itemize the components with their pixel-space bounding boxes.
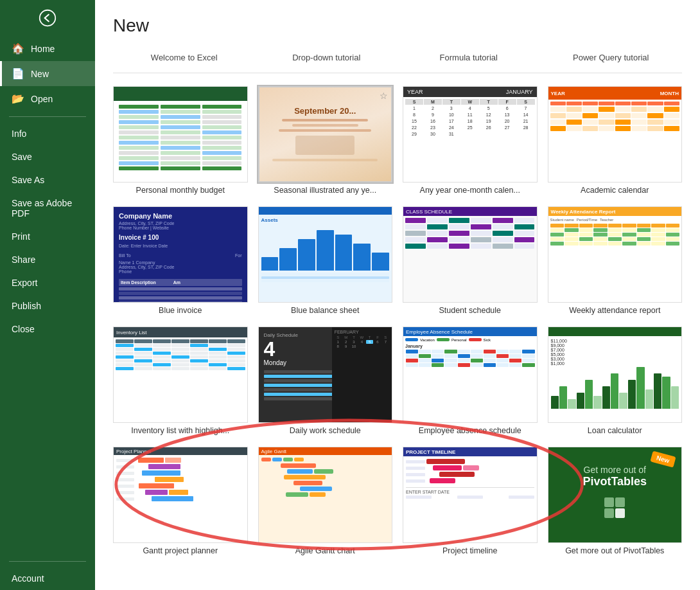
- sidebar-item-save[interactable]: Save: [0, 145, 95, 168]
- template-thumb-loan: $11,000$9,000$7,000$5,000$3,000$1,000: [548, 326, 683, 423]
- page-title: New: [113, 15, 682, 36]
- template-label-personal-budget: Personal monthly budget: [113, 186, 248, 195]
- sidebar-item-publish-label: Publish: [12, 301, 41, 311]
- sidebar-item-save-as[interactable]: Save As: [0, 168, 95, 192]
- template-card-balance[interactable]: Assets: [258, 206, 393, 315]
- template-card-calendar[interactable]: YEARJANUARY S M T W T F S for(let i=1;i<…: [403, 86, 538, 195]
- template-thumb-inventory: Inventory List: [113, 326, 248, 423]
- template-thumb-balance: Assets: [258, 206, 393, 303]
- template-label-seasonal: Seasonal illustrated any ye...: [258, 186, 393, 195]
- sidebar-item-save-label: Save: [12, 152, 32, 162]
- open-icon: 📂: [12, 93, 24, 105]
- template-label-weekly: Weekly attendance report: [548, 306, 683, 315]
- template-card-loan[interactable]: $11,000$9,000$7,000$5,000$3,000$1,000: [548, 326, 683, 435]
- sidebar-item-close[interactable]: Close: [0, 317, 95, 341]
- sidebar-item-share[interactable]: Share: [0, 248, 95, 271]
- template-label-loan: Loan calculator: [548, 426, 683, 435]
- sidebar-bottom: Account: [0, 556, 95, 590]
- template-card-academic[interactable]: YEAR MONTH: [548, 86, 683, 195]
- sidebar-item-save-adobe-label: Save as Adobe PDF: [12, 198, 83, 219]
- svg-rect-4: [615, 508, 625, 518]
- template-card-invoice[interactable]: Company Name Address, City, ST, ZIP Code…: [113, 206, 248, 315]
- sidebar-item-open[interactable]: 📂 Open: [0, 86, 95, 111]
- sidebar-item-print-label: Print: [12, 231, 30, 242]
- template-card-agile[interactable]: Agile Gantt: [258, 447, 393, 555]
- template-thumb-personal-budget: [113, 86, 248, 183]
- template-card-ptimeline[interactable]: PROJECT TIMELINE: [403, 447, 538, 555]
- template-grid: Personal monthly budget September 20... …: [113, 86, 682, 555]
- template-card-daily[interactable]: Daily Schedule 4 Monday FEBRUARY: [258, 326, 393, 435]
- template-card-personal-budget[interactable]: Personal monthly budget: [113, 86, 248, 195]
- template-thumb-gantt: Project Planner: [113, 447, 248, 543]
- template-label-absence: Employee absence schedule: [403, 426, 538, 435]
- tutorial-formula[interactable]: Formula tutorial: [398, 49, 540, 66]
- template-card-seasonal[interactable]: September 20... ☆ Seasonal illustrated a…: [258, 86, 393, 195]
- template-thumb-student: CLASS SCHEDULE: [403, 206, 538, 303]
- sidebar-item-new-label: New: [31, 69, 49, 79]
- template-label-calendar: Any year one-month calen...: [403, 186, 538, 195]
- template-label-academic: Academic calendar: [548, 186, 683, 195]
- sidebar-item-info-label: Info: [12, 129, 26, 139]
- template-card-inventory[interactable]: Inventory List: [113, 326, 248, 435]
- new-icon: 📄: [12, 67, 24, 80]
- template-label-gantt: Gantt project planner: [113, 546, 248, 555]
- template-label-invoice: Blue invoice: [113, 306, 248, 315]
- template-thumb-calendar: YEARJANUARY S M T W T F S for(let i=1;i<…: [403, 86, 538, 183]
- back-button[interactable]: [0, 0, 95, 36]
- template-card-pivot[interactable]: New Get more out of PivotTables Get more…: [548, 447, 683, 555]
- template-card-gantt[interactable]: Project Planner: [113, 447, 248, 555]
- template-card-student[interactable]: CLASS SCHEDULE: [403, 206, 538, 315]
- template-thumb-pivot: New Get more out of PivotTables: [548, 447, 683, 543]
- sidebar-item-new[interactable]: 📄 New: [0, 61, 95, 86]
- template-thumb-invoice: Company Name Address, City, ST, ZIP Code…: [113, 206, 248, 303]
- new-badge: New: [651, 451, 676, 468]
- pivot-promo-title: PivotTables: [577, 475, 652, 488]
- sidebar-divider-1: [9, 116, 86, 117]
- sidebar-item-save-adobe[interactable]: Save as Adobe PDF: [0, 192, 95, 225]
- sidebar-item-share-label: Share: [12, 255, 35, 265]
- sidebar-item-account-label: Account: [12, 573, 44, 584]
- template-thumb-daily: Daily Schedule 4 Monday FEBRUARY: [258, 326, 393, 423]
- template-label-student: Student schedule: [403, 306, 538, 315]
- template-thumb-absence: Employee Absence Schedule Vacation Perso…: [403, 326, 538, 423]
- sidebar-item-account[interactable]: Account: [0, 567, 95, 590]
- sidebar-item-open-label: Open: [31, 94, 53, 104]
- pivot-icon: [602, 495, 627, 526]
- home-icon: 🏠: [12, 42, 24, 55]
- template-label-ptimeline: Project timeline: [403, 546, 538, 555]
- sidebar-item-export[interactable]: Export: [0, 271, 95, 294]
- tutorial-dropdown[interactable]: Drop-down tutorial: [256, 49, 398, 66]
- template-label-agile: Agile Gantt chart: [258, 546, 393, 555]
- sidebar-item-save-as-label: Save As: [12, 175, 44, 185]
- template-thumb-weekly: Weekly Attendance Report Student name Pe…: [548, 206, 683, 303]
- svg-rect-1: [604, 497, 614, 507]
- template-card-weekly[interactable]: Weekly Attendance Report Student name Pe…: [548, 206, 683, 315]
- template-label-balance: Blue balance sheet: [258, 306, 393, 315]
- template-label-inventory: Inventory list with highligh...: [113, 426, 248, 435]
- favorite-star-icon[interactable]: ☆: [380, 91, 388, 101]
- template-thumb-academic: YEAR MONTH: [548, 86, 683, 183]
- sidebar-item-info[interactable]: Info: [0, 122, 95, 145]
- sidebar-item-export-label: Export: [12, 278, 37, 288]
- sidebar: 🏠 Home 📄 New 📂 Open Info Save Save As Sa…: [0, 0, 95, 590]
- template-thumb-seasonal: September 20... ☆: [258, 86, 393, 183]
- sidebar-divider-2: [9, 561, 86, 562]
- tutorial-row: Welcome to Excel Drop-down tutorial Form…: [113, 49, 682, 73]
- sidebar-item-close-label: Close: [12, 324, 35, 334]
- template-label-pivot: Get more out of PivotTables: [548, 546, 683, 555]
- sidebar-item-print[interactable]: Print: [0, 225, 95, 248]
- svg-point-0: [40, 10, 56, 26]
- tutorial-power-query[interactable]: Power Query tutorial: [540, 49, 683, 66]
- template-thumb-agile: Agile Gantt: [258, 447, 393, 543]
- svg-rect-2: [615, 497, 625, 507]
- main-content: New Welcome to Excel Drop-down tutorial …: [95, 0, 700, 590]
- sidebar-item-home[interactable]: 🏠 Home: [0, 36, 95, 61]
- template-card-absence[interactable]: Employee Absence Schedule Vacation Perso…: [403, 326, 538, 435]
- tutorial-welcome[interactable]: Welcome to Excel: [113, 49, 256, 66]
- sidebar-item-publish[interactable]: Publish: [0, 294, 95, 317]
- svg-rect-3: [604, 508, 614, 518]
- template-label-daily: Daily work schedule: [258, 426, 393, 435]
- template-thumb-ptimeline: PROJECT TIMELINE: [403, 447, 538, 543]
- pivot-promo-text: Get more out of: [577, 465, 652, 475]
- sidebar-item-home-label: Home: [31, 44, 55, 54]
